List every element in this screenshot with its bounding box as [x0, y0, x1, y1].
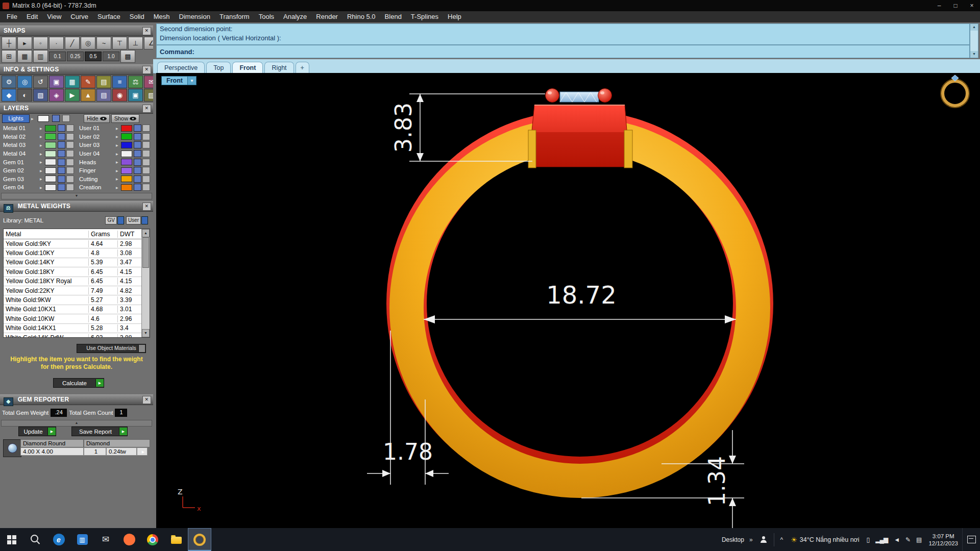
- layer-lock-button[interactable]: [142, 167, 150, 174]
- animate-icon[interactable]: ▶: [65, 89, 80, 102]
- target-icon[interactable]: ◉: [112, 89, 127, 102]
- layer-color-swatch[interactable]: [45, 167, 56, 174]
- layer-color-swatch[interactable]: [45, 159, 56, 165]
- layer-material-button[interactable]: [58, 124, 65, 132]
- lights-expand-arrow[interactable]: ▶: [31, 117, 36, 120]
- maximize-button[interactable]: □: [947, 0, 964, 11]
- keyboard-icon[interactable]: ▤: [913, 536, 924, 543]
- layer-expand-arrow[interactable]: ▶: [116, 169, 121, 172]
- search-button[interactable]: [23, 528, 47, 551]
- layer-lock-button[interactable]: [142, 133, 150, 140]
- menu-item-view[interactable]: View: [42, 11, 66, 22]
- gem-row-go-icon[interactable]: ▶: [137, 447, 148, 456]
- layer-lock-button[interactable]: [66, 167, 74, 174]
- metal-table-row[interactable]: White Gold:14KX15.283.4: [4, 324, 142, 333]
- front-viewport[interactable]: Front ▼: [156, 73, 980, 528]
- layer-lock-button[interactable]: [66, 184, 74, 191]
- layer-lock-button[interactable]: [66, 141, 74, 148]
- layer-color-swatch[interactable]: [121, 167, 132, 174]
- toolbar-overflow-icon[interactable]: »: [746, 536, 756, 543]
- viewport-dropdown-icon[interactable]: ▼: [188, 76, 197, 85]
- layer-lock-button[interactable]: [142, 141, 150, 148]
- viewport-name-label[interactable]: Front: [161, 76, 188, 85]
- history-icon[interactable]: ↺: [33, 76, 48, 88]
- layer-color-swatch[interactable]: [45, 151, 56, 157]
- gem-weight-cell[interactable]: 0.24tw: [106, 447, 137, 456]
- menu-item-edit[interactable]: Edit: [22, 11, 42, 22]
- lights-layer-button[interactable]: Lights: [2, 114, 30, 123]
- layer-material-button[interactable]: [58, 184, 65, 191]
- layer-color-swatch[interactable]: [45, 176, 56, 182]
- menu-item-tools[interactable]: Tools: [254, 11, 279, 22]
- layer-material-button[interactable]: [134, 141, 141, 148]
- metal-weights-close-icon[interactable]: ✕: [142, 203, 151, 211]
- layer-expand-arrow[interactable]: ▶: [116, 186, 121, 189]
- layer-expand-arrow[interactable]: ▶: [40, 135, 45, 138]
- command-history[interactable]: Second dimension point: Dimension locati…: [156, 23, 970, 45]
- line-snap-icon[interactable]: ╱: [65, 37, 80, 49]
- store-app[interactable]: ▥: [70, 528, 94, 551]
- layer-expand-arrow[interactable]: ▶: [116, 177, 121, 181]
- gem-size-cell[interactable]: 4.00 X 4.00: [20, 447, 84, 456]
- gem-reporter-panel-header[interactable]: ◆ GEM REPORTER ✕: [0, 394, 153, 405]
- layers-collapse-bar[interactable]: ▼: [1, 193, 152, 199]
- browser-icon[interactable]: ▣: [128, 89, 143, 102]
- layer-lock-button[interactable]: [66, 133, 74, 140]
- scale-icon[interactable]: ⚖: [128, 76, 143, 88]
- metal-table-row[interactable]: Yellow Gold:18KY6.454.15: [4, 267, 142, 277]
- clock-widget[interactable]: 3:07 PM 12/12/2023: [924, 533, 962, 547]
- layer-lock-button[interactable]: [142, 124, 150, 132]
- title-bar[interactable]: Matrix 8.0 (64-bit) - 7787.3dm – □ ×: [0, 0, 980, 11]
- grid-snap-icon[interactable]: ┼: [2, 37, 16, 49]
- snap-value-1-0[interactable]: 1.0: [103, 52, 119, 61]
- copy-icon[interactable]: ▣: [49, 76, 64, 88]
- gem-thumbnail[interactable]: [3, 439, 21, 457]
- menu-item-transform[interactable]: Transform: [215, 11, 254, 22]
- layer-color-swatch[interactable]: [121, 184, 132, 191]
- scrollbar-thumb[interactable]: [142, 237, 149, 268]
- viewport-canvas[interactable]: 3.83 18.72 1.78: [156, 73, 980, 528]
- layer-material-button[interactable]: [58, 150, 65, 157]
- layer-material-button[interactable]: [58, 159, 65, 166]
- layers-close-icon[interactable]: ✕: [142, 105, 151, 113]
- viewport-tab-top[interactable]: Top: [206, 62, 231, 73]
- layer-material-button[interactable]: [134, 150, 141, 157]
- save-report-button[interactable]: Save Report ▶: [71, 427, 128, 436]
- snaps-panel-header[interactable]: SNAPS ✕: [0, 26, 153, 36]
- palette-icon[interactable]: ◈: [49, 89, 64, 102]
- layer-material-button[interactable]: [58, 133, 65, 140]
- grid-toggle-icon[interactable]: ⊞: [2, 50, 16, 63]
- layer-material-button[interactable]: [58, 167, 65, 174]
- layer-color-swatch[interactable]: [121, 159, 132, 165]
- menu-item-file[interactable]: File: [2, 11, 22, 22]
- update-button[interactable]: Update ▶: [18, 427, 56, 436]
- layer-lock-button[interactable]: [142, 150, 150, 157]
- end-snap-icon[interactable]: ∙: [49, 37, 64, 49]
- lights-lock-button[interactable]: [62, 115, 70, 122]
- layer-color-swatch[interactable]: [45, 125, 56, 132]
- metal-table-row[interactable]: White Gold:14K PdW6.033.88: [4, 333, 142, 337]
- metal-table-row[interactable]: White Gold:10KX14.683.01: [4, 305, 142, 314]
- metal-table-row[interactable]: Yellow Gold:14KY5.393.47: [4, 258, 142, 267]
- new-viewport-tab[interactable]: +: [296, 62, 309, 73]
- snap-grid-settings-icon[interactable]: ▩: [120, 50, 135, 63]
- layer-lock-button[interactable]: [66, 176, 74, 183]
- metal-table-row[interactable]: White Gold:9KW5.273.39: [4, 295, 142, 305]
- layer-lock-button[interactable]: [66, 159, 74, 166]
- menu-item-curve[interactable]: Curve: [66, 11, 93, 22]
- use-object-materials-dropdown[interactable]: Use Object Materials: [77, 344, 146, 353]
- viewport-tab-right[interactable]: Right: [264, 62, 293, 73]
- menu-item-surface[interactable]: Surface: [93, 11, 125, 22]
- planar-toggle-icon[interactable]: ▥: [33, 50, 48, 63]
- menu-item-blend[interactable]: Blend: [380, 11, 406, 22]
- layer-expand-arrow[interactable]: ▶: [40, 186, 45, 189]
- snap-value-0-5[interactable]: 0.5: [85, 52, 102, 61]
- menu-item-help[interactable]: Help: [443, 11, 466, 22]
- layer-material-button[interactable]: [134, 176, 141, 183]
- menu-item-analyze[interactable]: Analyze: [279, 11, 311, 22]
- gem-material-cell[interactable]: Diamond: [84, 439, 150, 447]
- layer-expand-arrow[interactable]: ▶: [40, 160, 45, 164]
- grid-settings-icon[interactable]: ▦: [65, 76, 80, 88]
- layer-color-swatch[interactable]: [121, 142, 132, 148]
- layer-material-button[interactable]: [134, 167, 141, 174]
